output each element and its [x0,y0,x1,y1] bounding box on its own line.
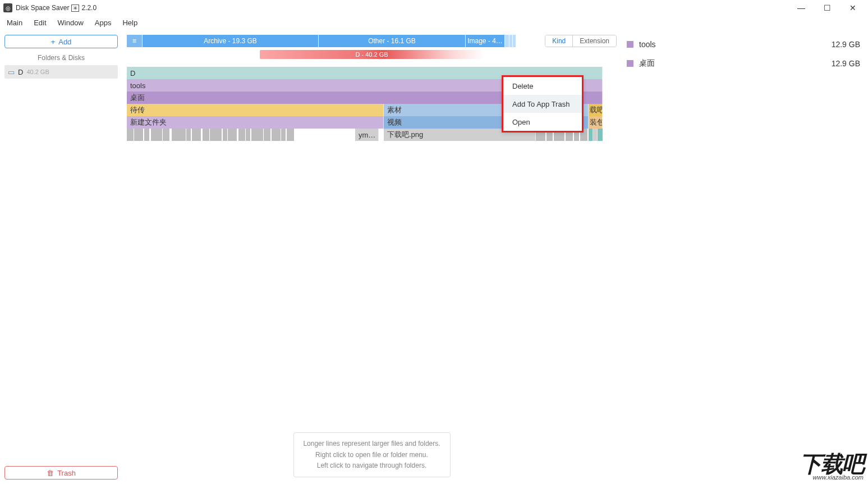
menubar: Main Edit Window Apps Help [0,16,868,29]
tm-newfolder[interactable]: 新建文件夹 [127,116,384,129]
menu-apps[interactable]: Apps [90,17,116,28]
menu-main[interactable]: Main [2,17,27,28]
total-size-bar: D - 40.2 GB [260,50,484,59]
version-symbol: ✳ [71,4,79,12]
tm-edge-1[interactable] [589,129,593,141]
titlebar: ◎ Disk Space Saver ✳ 2.2.0 — ☐ ✕ [0,0,868,16]
ctx-add-to-trash[interactable]: Add To App Trash [503,95,582,113]
app-title: Disk Space Saver [16,4,69,12]
trash-button[interactable]: 🗑 Trash [4,466,118,480]
menu-edit[interactable]: Edit [29,17,50,28]
tm-files-strip[interactable] [127,129,355,141]
disk-name: D [18,68,23,76]
folders-disks-label: Folders & Disks [4,54,118,62]
add-label: Add [58,38,71,46]
sidebar: + Add Folders & Disks ▭ D 40.2 GB 🗑 Tras… [0,29,122,484]
watermark: 下载吧 www.xiazaiba.com [800,454,864,481]
right-item[interactable]: tools 12.9 GB [627,35,860,54]
disk-size: 40.2 GB [26,69,49,75]
tm-zaiba[interactable]: 载吧 [589,104,603,116]
context-menu: Delete Add To App Trash Open [502,75,584,133]
right-item-size: 12.9 GB [832,59,860,68]
ctx-open[interactable]: Open [503,113,582,131]
sidebar-disk-item[interactable]: ▭ D 40.2 GB [4,65,118,79]
toggle-kind[interactable]: Kind [545,35,573,47]
close-button[interactable]: ✕ [840,0,866,16]
menu-window[interactable]: Window [53,17,88,28]
color-swatch-icon [627,60,633,67]
app-version: 2.2.0 [81,4,97,12]
tm-pkg[interactable]: 装包 [589,116,603,129]
trash-icon: 🗑 [47,469,54,477]
category-extra-1[interactable] [505,35,509,47]
category-image[interactable]: Image - 4… [466,35,505,47]
hint-line-3: Left click to navigate through folders. [300,460,444,471]
category-menu-button[interactable]: ≡ [127,35,143,47]
view-toggle: Kind Extension [545,35,617,47]
right-item-name: tools [639,40,656,49]
tm-edge-2[interactable] [593,129,598,141]
category-bar: ≡ Archive - 19.3 GB Other - 16.1 GB Imag… [127,35,517,47]
hint-box: Longer lines represent larger files and … [293,432,451,477]
app-icon: ◎ [3,3,12,12]
right-item-name: 桌面 [639,58,655,69]
hint-line-2: Right click to open file or folder menu. [300,450,444,460]
color-swatch-icon [627,41,633,48]
category-other[interactable]: Other - 16.1 GB [319,35,466,47]
right-panel: tools 12.9 GB 桌面 12.9 GB [621,29,868,484]
right-item-size: 12.9 GB [832,40,860,49]
watermark-text: 下载吧 [800,454,864,474]
category-extra-3[interactable] [513,35,516,47]
tm-pending[interactable]: 待传 [127,104,384,116]
hint-line-1: Longer lines represent larger files and … [300,439,444,449]
menu-help[interactable]: Help [118,17,142,28]
plus-icon: + [51,38,56,46]
tm-edge-3[interactable] [598,129,602,141]
toggle-extension[interactable]: Extension [573,35,616,47]
minimize-button[interactable]: — [788,0,814,16]
tm-ym[interactable]: ym… [355,129,379,141]
folder-icon: ▭ [8,68,15,76]
trash-label: Trash [57,469,76,477]
window-controls: — ☐ ✕ [788,0,866,16]
maximize-button[interactable]: ☐ [814,0,840,16]
main-area: ≡ Archive - 19.3 GB Other - 16.1 GB Imag… [122,29,621,484]
add-button[interactable]: + Add [4,35,118,48]
ctx-delete[interactable]: Delete [503,77,582,95]
right-item[interactable]: 桌面 12.9 GB [627,54,860,73]
category-archive[interactable]: Archive - 19.3 GB [143,35,319,47]
